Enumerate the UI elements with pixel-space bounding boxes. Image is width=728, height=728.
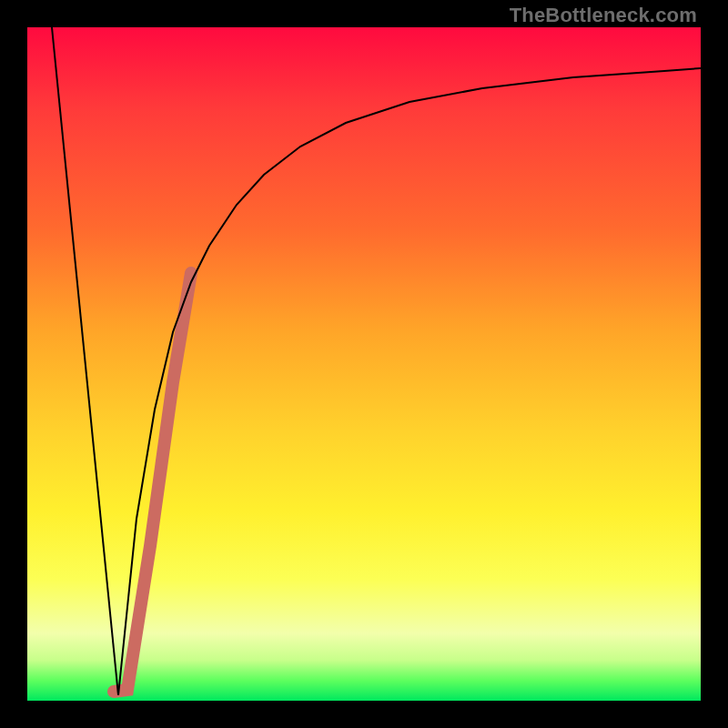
left-descent-line (52, 27, 118, 695)
chart-frame: TheBottleneck.com (0, 0, 728, 728)
main-curve-line (118, 68, 701, 695)
chart-svg (27, 27, 701, 701)
watermark-text: TheBottleneck.com (510, 4, 697, 27)
